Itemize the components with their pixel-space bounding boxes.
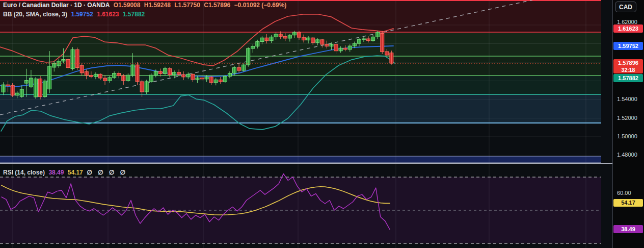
bb-indicator-legend[interactable]: BB (20, SMA, close, 3) 1.59752 1.61623 1… — [3, 10, 147, 19]
bb-upper-value: 1.61623 — [97, 11, 119, 18]
last-price-badge: 1.5789632:18 — [613, 59, 643, 73]
ohlc-close: C1.57896 — [204, 2, 230, 9]
symbol-title[interactable]: Euro / Canadian Dollar · 1D · OANDA — [3, 2, 110, 9]
main-legend: Euro / Canadian Dollar · 1D · OANDA O1.5… — [3, 1, 288, 10]
bb-label: BB (20, SMA, close, 3) — [3, 11, 67, 18]
bb-upper-badge: 1.61623 — [613, 24, 643, 33]
bb-lower-value: 1.57882 — [123, 11, 145, 18]
ohlc-low: L1.57750 — [174, 2, 200, 9]
countdown-timer: 32:18 — [613, 66, 643, 74]
rsi-ma-badge: 54.17 — [613, 199, 643, 207]
price-scale-label: 1.48000 — [613, 152, 644, 158]
navy-strip — [0, 157, 601, 162]
teal-zone — [0, 76, 601, 94]
blue-zone — [0, 94, 601, 123]
bb-basis-value: 1.59752 — [71, 11, 93, 18]
price-scale-label: 1.50000 — [613, 133, 644, 139]
mid-green-zone — [0, 56, 601, 76]
rsi-indicator-legend[interactable]: RSI (14, close) 38.49 54.17 ∅ ∅ ∅ ∅ — [3, 168, 129, 177]
bb-lower-badge: 1.57882 — [613, 74, 643, 82]
currency-button[interactable]: CAD — [615, 2, 636, 12]
pane-separator[interactable] — [0, 163, 644, 164]
ohlc-change: −0.01092 (−0.69%) — [234, 2, 287, 9]
price-scale[interactable]: CAD 1.620001.540001.520001.500001.480006… — [612, 0, 644, 248]
rsi-value-badge: 38.49 — [613, 225, 643, 233]
price-scale-label: 1.54000 — [613, 96, 644, 102]
ohlc-high: H1.59248 — [144, 2, 171, 9]
ohlc-open: O1.59008 — [114, 2, 141, 9]
rsi-value: 38.49 — [48, 169, 64, 176]
rsi-label: RSI (14, close) — [3, 169, 45, 176]
price-scale-label: 60.00 — [613, 190, 644, 196]
trading-chart-window: Euro / Canadian Dollar · 1D · OANDA O1.5… — [0, 0, 644, 248]
rsi-empty-slots: ∅ ∅ ∅ ∅ — [87, 169, 127, 176]
rsi-ma-value: 54.17 — [68, 169, 83, 176]
chart-canvas[interactable] — [0, 0, 612, 248]
bb-basis-badge: 1.59752 — [613, 42, 643, 50]
price-scale-label: 1.52000 — [613, 115, 644, 121]
